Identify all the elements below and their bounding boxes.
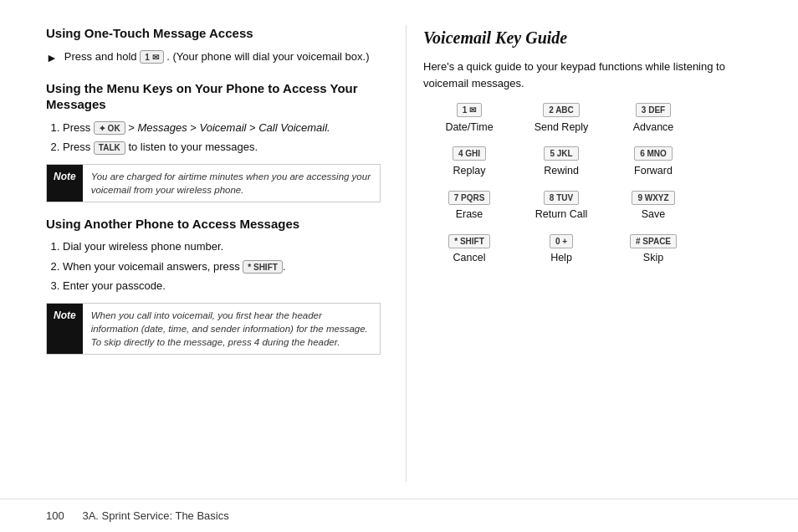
vgrid-label-forward: Forward bbox=[607, 163, 699, 179]
key-1-voicemail: 1 ✉ bbox=[140, 50, 163, 64]
note-content-voicemail: When you call into voicemail, you first … bbox=[83, 304, 380, 354]
page: Using One-Touch Message Access ► Press a… bbox=[0, 0, 798, 532]
note-box-airtime: Note You are charged for airtime minutes… bbox=[46, 164, 381, 202]
voicemail-guide-title: Voicemail Key Guide bbox=[423, 25, 765, 50]
section-title-another-phone: Using Another Phone to Access Messages bbox=[46, 216, 381, 233]
menu-keys-list: Press ✦ OK > Messages > Voicemail > Call… bbox=[46, 120, 381, 156]
another-phone-step3: Enter your passcode. bbox=[63, 278, 381, 294]
left-column: Using One-Touch Message Access ► Press a… bbox=[46, 25, 406, 482]
vgrid-label-help: Help bbox=[515, 250, 607, 266]
key-star-shift: * SHIFT bbox=[243, 260, 283, 274]
vgrid-row-1: 1 ✉ Date/Time 2 ABC Send Reply 3 DEF Adv… bbox=[423, 101, 765, 141]
vgrid-key-star: * SHIFT bbox=[448, 234, 490, 248]
vgrid-key-0: 0 + bbox=[550, 234, 573, 248]
content-area: Using One-Touch Message Access ► Press a… bbox=[0, 0, 798, 499]
right-column: Voicemail Key Guide Here's a quick guide… bbox=[406, 25, 765, 482]
footer-page-number: 100 bbox=[46, 509, 64, 522]
footer-separator bbox=[67, 509, 79, 522]
vgrid-cell-1-2: 2 ABC Send Reply bbox=[515, 101, 607, 141]
key-ok: ✦ OK bbox=[94, 121, 125, 135]
vgrid-key-6: 6 MNO bbox=[634, 146, 673, 161]
another-phone-list: Dial your wireless phone number. When yo… bbox=[46, 238, 381, 294]
vgrid-label-rewind: Rewind bbox=[515, 163, 607, 179]
press-hold-label: Press and hold bbox=[64, 50, 137, 63]
vgrid-label-save: Save bbox=[607, 207, 699, 223]
vgrid-key-5: 5 JKL bbox=[544, 146, 578, 161]
vgrid-key-9: 9 WXYZ bbox=[632, 191, 674, 205]
section-title-menu-keys: Using the Menu Keys on Your Phone to Acc… bbox=[46, 80, 381, 113]
vgrid-cell-2-2: 5 JKL Rewind bbox=[515, 145, 607, 185]
vgrid-cell-1-3: 3 DEF Advance bbox=[607, 101, 699, 141]
bullet-one-touch-text: Press and hold 1 ✉ . (Your phone will di… bbox=[64, 49, 370, 65]
vgrid-label-advance: Advance bbox=[607, 120, 699, 136]
section-menu-keys: Using the Menu Keys on Your Phone to Acc… bbox=[46, 80, 381, 202]
vgrid-key-1: 1 ✉ bbox=[457, 103, 482, 117]
key-talk: TALK bbox=[94, 141, 125, 155]
vgrid-label-replay: Replay bbox=[423, 163, 515, 179]
vgrid-cell-4-1: * SHIFT Cancel bbox=[423, 233, 515, 273]
another-phone-step1: Dial your wireless phone number. bbox=[63, 238, 381, 255]
vgrid-cell-4-2: 0 + Help bbox=[515, 233, 607, 273]
vgrid-cell-3-3: 9 WXYZ Save bbox=[607, 189, 699, 229]
vgrid-cell-1-1: 1 ✉ Date/Time bbox=[423, 101, 515, 141]
vgrid-label-return-call: Return Call bbox=[515, 207, 607, 223]
note-label-airtime: Note bbox=[47, 165, 83, 202]
bullet-arrow-icon: ► bbox=[46, 49, 58, 67]
vgrid-label-cancel: Cancel bbox=[423, 250, 515, 266]
footer-chapter: 3A. Sprint Service: The Basics bbox=[82, 509, 228, 522]
vgrid-label-skip: Skip bbox=[607, 250, 699, 266]
note-label-voicemail: Note bbox=[47, 304, 83, 354]
menu-keys-step1: Press ✦ OK > Messages > Voicemail > Call… bbox=[63, 120, 381, 136]
vgrid-label-send-reply: Send Reply bbox=[515, 120, 607, 136]
vgrid-key-hash: # SPACE bbox=[630, 234, 677, 248]
footer: 100 3A. Sprint Service: The Basics bbox=[0, 499, 798, 533]
section-another-phone: Using Another Phone to Access Messages D… bbox=[46, 216, 381, 355]
note-content-airtime: You are charged for airtime minutes when… bbox=[83, 165, 380, 202]
vgrid-cell-2-1: 4 GHI Replay bbox=[423, 145, 515, 185]
vgrid-key-4: 4 GHI bbox=[453, 146, 486, 161]
vgrid-key-8: 8 TUV bbox=[544, 191, 579, 205]
bullet-after-text: . (Your phone will dial your voicemail b… bbox=[166, 50, 369, 63]
vgrid-row-3: 7 PQRS Erase 8 TUV Return Call 9 WXYZ Sa… bbox=[423, 189, 765, 229]
vgrid-label-erase: Erase bbox=[423, 207, 515, 223]
vgrid-row-4: * SHIFT Cancel 0 + Help # SPACE Skip bbox=[423, 233, 765, 273]
vgrid-cell-3-2: 8 TUV Return Call bbox=[515, 189, 607, 229]
section-title-one-touch: Using One-Touch Message Access bbox=[46, 25, 381, 42]
vgrid-row-2: 4 GHI Replay 5 JKL Rewind 6 MNO Forward bbox=[423, 145, 765, 185]
vgrid-key-2: 2 ABC bbox=[543, 103, 580, 117]
vgrid-key-7: 7 PQRS bbox=[448, 191, 491, 205]
voicemail-key-grid: 1 ✉ Date/Time 2 ABC Send Reply 3 DEF Adv… bbox=[423, 101, 765, 273]
vgrid-key-3: 3 DEF bbox=[636, 103, 671, 117]
bullet-one-touch: ► Press and hold 1 ✉ . (Your phone will … bbox=[46, 49, 381, 67]
vgrid-label-datetime: Date/Time bbox=[423, 120, 515, 136]
menu-keys-step2: Press TALK to listen to your messages. bbox=[63, 139, 381, 156]
section-one-touch: Using One-Touch Message Access ► Press a… bbox=[46, 25, 381, 67]
vgrid-cell-2-3: 6 MNO Forward bbox=[607, 145, 699, 185]
note-box-voicemail: Note When you call into voicemail, you f… bbox=[46, 303, 381, 355]
voicemail-guide-desc: Here's a quick guide to your keypad func… bbox=[423, 59, 765, 91]
vgrid-cell-4-3: # SPACE Skip bbox=[607, 233, 699, 273]
vgrid-cell-3-1: 7 PQRS Erase bbox=[423, 189, 515, 229]
another-phone-step2: When your voicemail answers, press * SHI… bbox=[63, 258, 381, 275]
